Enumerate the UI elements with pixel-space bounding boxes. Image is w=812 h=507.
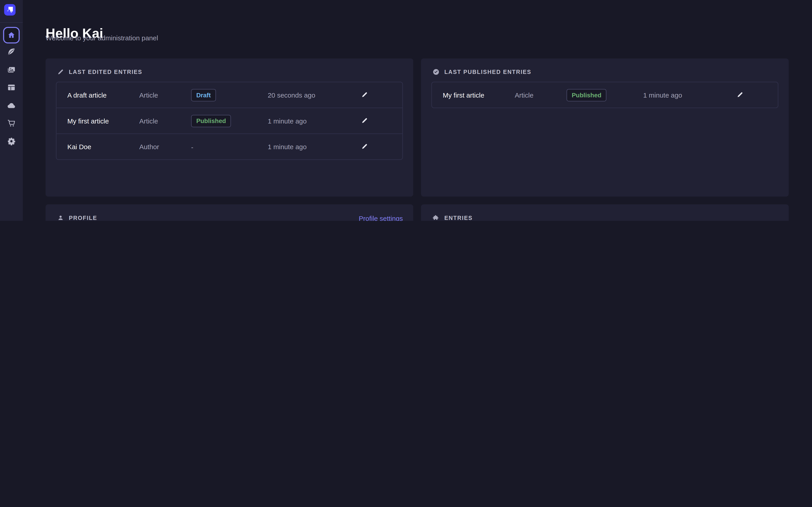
edit-entry-button[interactable]: [361, 117, 369, 125]
entry-type: Article: [139, 91, 158, 99]
layout-icon: [7, 83, 16, 92]
last-edited-entries-card: LAST EDITED ENTRIES A draft article Arti…: [46, 58, 413, 196]
entry-type: Article: [139, 117, 158, 125]
sidebar-divider: [0, 22, 23, 23]
pencil-icon: [361, 143, 368, 150]
cloud-icon: [7, 101, 16, 110]
person-icon: [57, 214, 64, 221]
sidebar: KD: [0, 0, 23, 221]
sidebar-item-home[interactable]: [3, 27, 19, 43]
status-badge: Published: [567, 89, 607, 101]
strapi-logo[interactable]: [4, 4, 15, 15]
entry-name: Kai Doe: [67, 143, 91, 151]
entry-time: 1 minute ago: [643, 91, 682, 99]
edit-entry-button[interactable]: [737, 91, 745, 99]
entry-time: 1 minute ago: [268, 143, 307, 151]
pencil-icon: [737, 91, 744, 98]
sidebar-item-media-library[interactable]: [7, 65, 16, 74]
cart-icon: [7, 118, 16, 128]
sidebar-item-content-manager[interactable]: [7, 47, 16, 56]
card-title: PROFILE: [69, 215, 97, 221]
status-badge: Draft: [191, 89, 216, 101]
page-subtitle: Welcome to your administration panel: [46, 34, 158, 42]
home-icon: [7, 31, 15, 40]
entries-card: ENTRIES 3 entries Draft Published: [421, 205, 789, 221]
strapi-admin-dashboard: KD Hello Kai Welcome to your administrat…: [0, 0, 812, 221]
table-row: Kai Doe Author - 1 minute ago: [56, 133, 402, 159]
card-title: LAST PUBLISHED ENTRIES: [444, 69, 531, 75]
entry-name: A draft article: [67, 91, 106, 99]
card-title: LAST EDITED ENTRIES: [69, 69, 142, 75]
profile-settings-link[interactable]: Profile settings: [359, 215, 403, 221]
gear-icon: [7, 136, 16, 146]
feather-icon: [7, 47, 16, 56]
sidebar-item-content-type-builder[interactable]: [7, 83, 16, 92]
last-edited-table: A draft article Article Draft 20 seconds…: [56, 82, 403, 160]
card-header: LAST PUBLISHED ENTRIES: [433, 68, 531, 75]
last-published-table: My first article Article Published 1 min…: [431, 82, 778, 108]
entry-time: 20 seconds ago: [268, 91, 315, 99]
pictures-icon: [7, 65, 16, 74]
table-row: My first article Article Published 1 min…: [432, 82, 778, 108]
pencil-icon: [361, 117, 368, 124]
table-row: A draft article Article Draft 20 seconds…: [56, 82, 402, 108]
card-title: ENTRIES: [444, 215, 473, 221]
profile-card: PROFILE Profile settings KD Kai Doe kai.…: [46, 205, 413, 221]
pencil-icon: [361, 91, 368, 98]
sidebar-item-settings[interactable]: [7, 136, 16, 146]
edit-entry-button[interactable]: [361, 91, 369, 99]
last-published-entries-card: LAST PUBLISHED ENTRIES My first article …: [421, 58, 789, 196]
entry-name: My first article: [443, 91, 484, 99]
card-header: PROFILE: [57, 214, 97, 221]
check-circle-icon: [433, 68, 440, 75]
sidebar-item-deploy[interactable]: [7, 101, 16, 110]
status-badge: Published: [191, 115, 231, 127]
entry-type: Article: [515, 91, 534, 99]
card-header: ENTRIES: [433, 214, 472, 221]
entry-name: My first article: [67, 117, 109, 125]
strapi-logo-icon: [4, 4, 15, 15]
edit-entry-button[interactable]: [361, 143, 369, 151]
status-none: -: [191, 143, 193, 151]
sidebar-item-marketplace[interactable]: [7, 118, 16, 128]
pencil-icon: [57, 68, 64, 75]
table-row: My first article Article Published 1 min…: [56, 108, 402, 133]
entry-time: 1 minute ago: [268, 117, 307, 125]
card-header: LAST EDITED ENTRIES: [57, 68, 142, 75]
entry-type: Author: [139, 143, 159, 151]
puzzle-icon: [433, 214, 440, 221]
